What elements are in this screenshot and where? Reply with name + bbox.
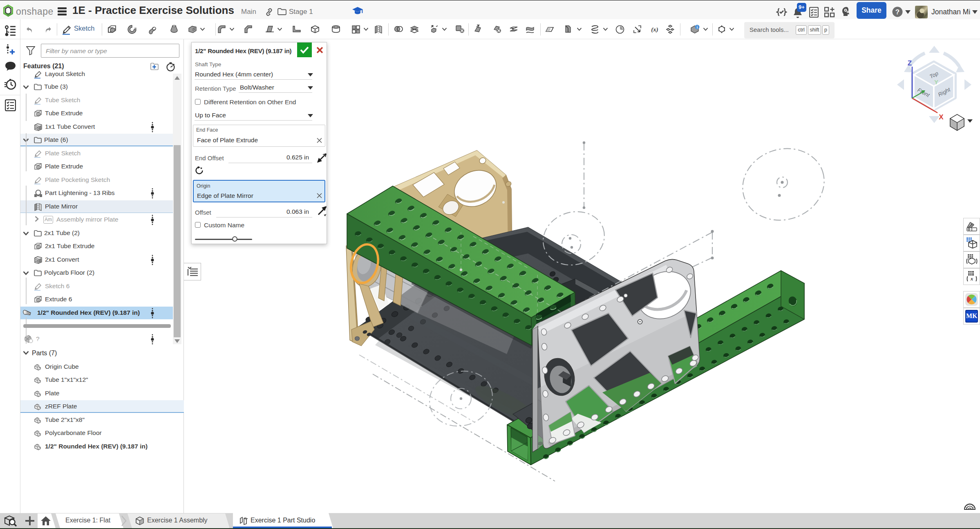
svg-text:x: x xyxy=(970,276,973,282)
svg-text:?: ? xyxy=(895,8,899,16)
svg-text:(x): (x) xyxy=(651,26,658,33)
svg-text:i: i xyxy=(697,25,698,29)
svg-text:X: X xyxy=(939,113,944,121)
svg-text:Y: Y xyxy=(934,78,938,85)
svg-text:Z: Z xyxy=(908,59,912,67)
